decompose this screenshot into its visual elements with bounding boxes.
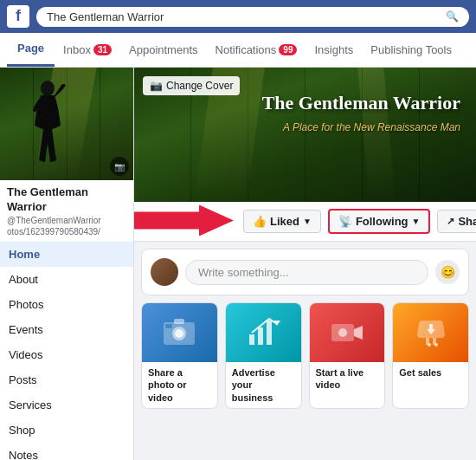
sidebar-item-posts[interactable]: Posts <box>0 367 133 392</box>
liked-dropdown-icon: ▼ <box>303 217 312 226</box>
svg-rect-5 <box>174 319 184 324</box>
svg-point-17 <box>434 343 438 347</box>
nav-tabs: Page Inbox 31 Appointments Notifications… <box>0 33 476 68</box>
card-photo-label: Share a photo or video <box>142 362 217 408</box>
sidebar-item-photos[interactable]: Photos <box>0 292 133 317</box>
liked-button[interactable]: 👍 Liked ▼ <box>243 210 321 233</box>
cards-grid: Share a photo or video Advertise your bu… <box>141 302 469 409</box>
card-advertise-label: Advertise your business <box>226 362 301 408</box>
svg-rect-9 <box>267 321 272 345</box>
profile-photo-container: 📷 <box>0 68 133 180</box>
svg-rect-7 <box>249 334 254 345</box>
profile-silhouette <box>26 78 69 180</box>
rss-icon: 📡 <box>338 215 352 228</box>
cover-subtitle: A Place for the New Renaissance Man <box>283 121 460 133</box>
sidebar-item-events[interactable]: Events <box>0 317 133 342</box>
profile-photo-count: otos/162399790580439/ <box>7 227 126 236</box>
card-sales-label: Get sales <box>393 362 468 383</box>
tab-insights[interactable]: Insights <box>306 32 362 67</box>
svg-marker-1 <box>134 204 234 236</box>
tab-appointments[interactable]: Appointments <box>120 32 207 67</box>
card-photo-image <box>142 303 217 362</box>
red-arrow-indicator <box>134 204 234 238</box>
topbar: f The Gentleman Warrior 🔍 <box>0 0 476 33</box>
following-label: Following <box>356 215 408 228</box>
svg-rect-8 <box>258 327 263 345</box>
sidebar-nav: Home About Photos Events Videos Posts Se… <box>0 242 133 460</box>
card-live-image <box>310 303 385 362</box>
card-live[interactable]: Start a live video <box>309 302 386 409</box>
camera-cover-icon: 📷 <box>150 80 163 92</box>
search-input-value: The Gentleman Warrior <box>47 10 441 23</box>
notifications-badge: 99 <box>279 44 297 55</box>
main-content: 📷 Change Cover The Gentleman Warrior A P… <box>134 68 476 460</box>
sidebar-item-videos[interactable]: Videos <box>0 342 133 367</box>
card-sales-image <box>393 303 468 362</box>
composer-input[interactable]: Write something... <box>185 260 428 285</box>
profile-name: The Gentleman Warrior <box>7 185 126 215</box>
cover-title: The Gentleman Warrior <box>262 92 460 114</box>
inbox-badge: 31 <box>93 44 112 55</box>
cover-photo: 📷 Change Cover The Gentleman Warrior A P… <box>134 68 476 202</box>
following-dropdown-icon: ▼ <box>412 217 421 226</box>
action-buttons-row: 👍 Liked ▼ 📡 Following ▼ ↗ Share ··· <box>134 202 476 242</box>
tab-inbox[interactable]: Inbox 31 <box>55 32 120 67</box>
sidebar-item-shop[interactable]: Shop <box>0 418 133 443</box>
sidebar-item-home[interactable]: Home <box>0 242 133 267</box>
svg-point-0 <box>41 81 55 96</box>
facebook-logo: f <box>7 5 29 28</box>
search-icon: 🔍 <box>446 10 459 23</box>
composer-avatar <box>151 258 178 286</box>
post-composer[interactable]: Write something... 😊 <box>141 249 469 295</box>
following-button[interactable]: 📡 Following ▼ <box>328 209 431 234</box>
card-sales[interactable]: Get sales <box>392 302 469 409</box>
liked-label: Liked <box>270 215 299 228</box>
sidebar: 📷 The Gentleman Warrior @TheGentlemanWar… <box>0 68 134 460</box>
card-advertise-image <box>226 303 301 362</box>
svg-point-13 <box>338 328 347 337</box>
svg-rect-6 <box>165 324 172 328</box>
tab-notifications[interactable]: Notifications 99 <box>207 32 306 67</box>
card-advertise[interactable]: Advertise your business <box>225 302 302 409</box>
sidebar-item-services[interactable]: Services <box>0 392 133 418</box>
profile-username: @TheGentlemanWarrior <box>7 216 126 225</box>
emoji-button[interactable]: 😊 <box>435 260 460 284</box>
card-live-label: Start a live video <box>310 362 385 396</box>
tab-publishing[interactable]: Publishing Tools <box>362 32 460 67</box>
camera-icon[interactable]: 📷 <box>110 157 129 176</box>
tab-page[interactable]: Page <box>7 32 55 67</box>
thumbs-up-icon: 👍 <box>253 215 267 228</box>
change-cover-label: Change Cover <box>166 80 233 92</box>
change-cover-button[interactable]: 📷 Change Cover <box>143 76 240 95</box>
search-bar[interactable]: The Gentleman Warrior 🔍 <box>36 7 469 27</box>
svg-marker-12 <box>354 326 363 340</box>
card-photo[interactable]: Share a photo or video <box>141 302 218 409</box>
share-icon: ↗ <box>447 216 454 227</box>
sidebar-item-about[interactable]: About <box>0 267 133 292</box>
share-button[interactable]: ↗ Share <box>437 210 476 233</box>
svg-point-16 <box>428 343 431 347</box>
svg-point-4 <box>175 329 183 338</box>
sidebar-item-notes[interactable]: Notes <box>0 443 133 460</box>
share-label: Share <box>458 215 476 228</box>
